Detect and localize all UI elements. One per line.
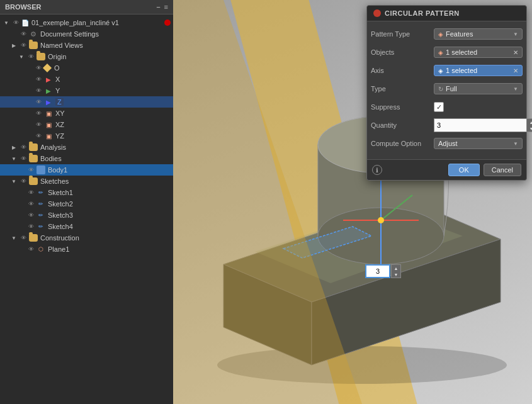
scene-quantity-spinner: ▲ ▼ (391, 264, 401, 278)
file-name-label: 01_exemple_plan_incliné v1 (31, 19, 119, 26)
chevron-analysis (10, 143, 18, 151)
eye-icon-sketch1: 👁 (26, 188, 35, 197)
quantity-spin-down[interactable]: ▼ (527, 125, 532, 132)
sidebar-item-body1[interactable]: 👁 Body1 (0, 164, 173, 176)
pattern-type-arrow: ▼ (513, 31, 518, 37)
eye-icon-o: 👁 (34, 64, 43, 72)
dialog-body: Pattern Type ◈ Features ▼ Objects (367, 21, 526, 159)
scene-quantity-spin-up[interactable]: ▲ (392, 265, 400, 271)
sidebar-item-sketch3[interactable]: 👁 ✏ Sketch3 (0, 210, 173, 221)
objects-selected-pill[interactable]: ◈ 1 selected ✕ (434, 47, 523, 58)
sidebar-item-construction[interactable]: 👁 Construction (0, 232, 173, 244)
plane-icon-yz: ▣ (44, 132, 53, 140)
sidebar-item-label-x: X (55, 76, 60, 83)
folder-icon-bodies (29, 155, 38, 162)
axis-control: ◈ 1 selected ✕ (434, 65, 523, 76)
suppress-label: Suppress (371, 103, 434, 111)
sidebar-item-y[interactable]: 👁 ▶ Y (0, 85, 173, 96)
scene-quantity-input[interactable]: 3 ▲ ▼ (365, 264, 401, 278)
sidebar-item-yz[interactable]: 👁 ▣ YZ (0, 130, 173, 142)
sidebar-item-label-xz: XZ (55, 121, 64, 128)
eye-icon-body1: 👁 (26, 166, 35, 174)
dialog-row-objects: Objects ◈ 1 selected ✕ (371, 45, 523, 60)
scene-quantity-field[interactable]: 3 (365, 264, 390, 278)
folder-icon-origin (37, 53, 45, 60)
axis-clear-button[interactable]: ✕ (513, 67, 518, 74)
suppress-checkbox[interactable]: ✓ (434, 102, 444, 112)
sidebar-item-label-sketch4: Sketch4 (48, 223, 73, 230)
sidebar-item-xy[interactable]: 👁 ▣ XY (0, 108, 173, 119)
quantity-label: Quantity (371, 121, 434, 129)
objects-icon: ◈ (438, 49, 443, 56)
sidebar-item-x[interactable]: 👁 ▶ X (0, 74, 173, 85)
body-icon-body1 (37, 166, 45, 174)
quantity-input-group: ▲ ▼ (434, 118, 532, 132)
dialog-row-quantity: Quantity ▲ ▼ (371, 118, 523, 133)
sidebar-item-sketches[interactable]: 👁 Sketches (0, 176, 173, 187)
pattern-type-value: Features (446, 30, 473, 38)
sidebar-item-sketch1[interactable]: 👁 ✏ Sketch1 (0, 187, 173, 198)
quantity-spin-up[interactable]: ▲ (527, 119, 532, 125)
eye-icon-doc: 👁 (19, 30, 28, 38)
eye-icon-origin: 👁 (26, 52, 35, 61)
eye-icon-file: 👁 (11, 18, 20, 27)
sidebar-item-origin[interactable]: 👁 Origin (0, 51, 173, 62)
sidebar-item-bodies[interactable]: 👁 Bodies (0, 153, 173, 164)
sidebar-item-xz[interactable]: 👁 ▣ XZ (0, 119, 173, 130)
axis-selected-pill[interactable]: ◈ 1 selected ✕ (434, 65, 523, 76)
browser-menu-icon[interactable]: ≡ (164, 3, 168, 11)
scene-quantity-spin-down[interactable]: ▼ (392, 271, 400, 278)
axis-selected-value: 1 selected (446, 67, 477, 74)
plane-icon-plane1: ⬡ (37, 245, 45, 254)
axis-origin-dot (378, 217, 384, 223)
type-dropdown[interactable]: ↻ Full ▼ (434, 83, 523, 94)
sidebar-item-label-origin: Origin (48, 53, 66, 60)
chevron-file (3, 19, 10, 26)
axis-icon: ◈ (438, 67, 443, 74)
eye-icon-analysis: 👁 (19, 143, 28, 152)
sidebar-item-sketch2[interactable]: 👁 ✏ Sketch2 (0, 198, 173, 210)
quantity-spinner: ▲ ▼ (526, 118, 532, 132)
sidebar-item-o[interactable]: 👁 O (0, 62, 173, 74)
compute-option-arrow: ▼ (513, 141, 518, 147)
sidebar-item-document-settings[interactable]: 👁 ⚙ Document Settings (0, 28, 173, 40)
cancel-button[interactable]: Cancel (484, 164, 521, 176)
sketch-icon-sketch3: ✏ (37, 211, 45, 220)
dialog-close-button[interactable] (373, 9, 381, 17)
sidebar-item-analysis[interactable]: 👁 Analysis (0, 142, 173, 153)
sidebar-item-label-sketches: Sketches (40, 177, 69, 185)
folder-icon-named-views (29, 42, 38, 49)
sidebar-item-named-views[interactable]: 👁 Named Views (0, 40, 173, 51)
suppress-control: ✓ (434, 102, 523, 112)
dialog-row-suppress: Suppress ✓ (371, 99, 523, 115)
compute-option-dropdown[interactable]: Adjust ▼ (434, 138, 523, 149)
dialog-row-axis: Axis ◈ 1 selected ✕ (371, 63, 523, 78)
browser-tree: 👁 📄 01_exemple_plan_incliné v1 👁 ⚙ Docum… (0, 14, 173, 404)
pattern-type-dropdown[interactable]: ◈ Features ▼ (434, 28, 523, 40)
sidebar-item-label-named-views: Named Views (40, 42, 83, 49)
sidebar-item-label-doc: Document Settings (40, 30, 99, 38)
dialog-row-type: Type ↻ Full ▼ (371, 81, 523, 96)
sidebar-item-z[interactable]: 👁 ▶ Z (0, 96, 173, 108)
pattern-type-control: ◈ Features ▼ (434, 28, 523, 40)
objects-clear-button[interactable]: ✕ (513, 49, 518, 56)
browser-header-icons: – ≡ (156, 3, 168, 11)
sidebar-item-file[interactable]: 👁 📄 01_exemple_plan_incliné v1 (0, 17, 173, 28)
sketch-icon-sketch1: ✏ (37, 188, 45, 197)
sidebar-item-label-body1: Body1 (48, 166, 67, 174)
sidebar-item-label-yz: YZ (55, 132, 64, 140)
ok-button[interactable]: OK (448, 164, 480, 176)
quantity-input[interactable] (434, 118, 526, 132)
dialog-row-compute-option: Compute Option Adjust ▼ (371, 136, 523, 151)
sidebar-item-label-xy: XY (55, 109, 65, 117)
browser-minimize-icon[interactable]: – (156, 3, 160, 11)
eye-icon-plane1: 👁 (26, 245, 35, 254)
feature-icon: ◈ (438, 31, 443, 38)
info-icon[interactable]: ℹ (372, 165, 382, 175)
sidebar-item-plane1[interactable]: 👁 ⬡ Plane1 (0, 244, 173, 255)
sidebar-item-label-analysis: Analysis (40, 143, 66, 151)
dialog-row-pattern-type: Pattern Type ◈ Features ▼ (371, 26, 523, 42)
sidebar-item-label-z: Z (55, 98, 64, 106)
eye-icon-named-views: 👁 (19, 41, 28, 50)
sidebar-item-sketch4[interactable]: 👁 ✏ Sketch4 (0, 221, 173, 232)
